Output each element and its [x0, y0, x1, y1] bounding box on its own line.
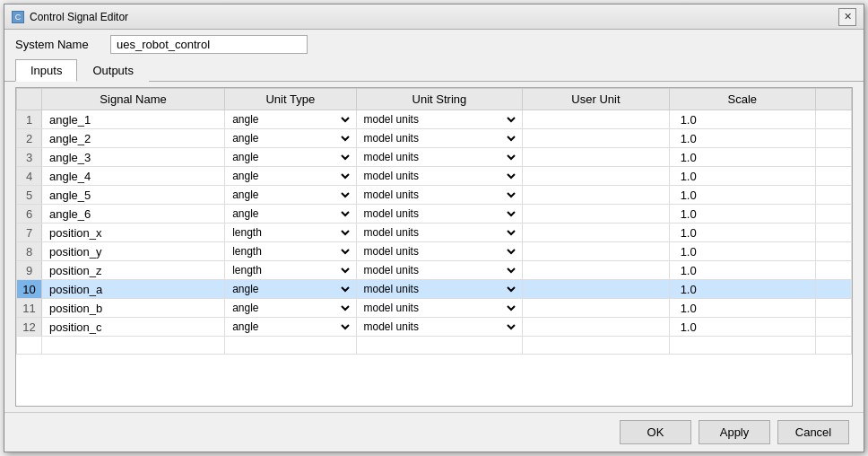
unit-type-select[interactable]: anglelengthforcetorquevelocity: [229, 301, 352, 315]
unit-type-select[interactable]: anglelengthforcetorquevelocity: [229, 282, 352, 296]
scale-cell: 1.0: [669, 186, 815, 205]
table-row: 9position_zanglelengthforcetorquevelocit…: [17, 261, 852, 280]
user-unit-cell: [523, 205, 669, 224]
unit-string-cell[interactable]: model unitsdegradmmmin: [356, 129, 523, 148]
ok-button[interactable]: OK: [620, 420, 691, 444]
row-number: 7: [17, 224, 42, 242]
unit-string-select[interactable]: model unitsdegradmmmin: [360, 225, 519, 240]
table-row: 1angle_1anglelengthforcetorquevelocitymo…: [17, 110, 852, 129]
cancel-button[interactable]: Cancel: [777, 420, 849, 444]
extra-cell: [816, 129, 852, 148]
unit-string-select[interactable]: model unitsdegradmmmin: [360, 206, 519, 221]
table-row: 12position_canglelengthforcetorqueveloci…: [17, 318, 852, 337]
empty-cell: [669, 337, 815, 355]
user-unit-cell: [523, 261, 669, 280]
unit-string-cell[interactable]: model unitsdegradmmmin: [356, 318, 523, 337]
row-number: 2: [17, 129, 42, 148]
system-name-value: ues_robot_control: [110, 35, 308, 54]
apply-button[interactable]: Apply: [699, 420, 770, 444]
unit-type-cell[interactable]: anglelengthforcetorquevelocity: [225, 167, 356, 186]
empty-row: [17, 337, 852, 355]
unit-string-cell[interactable]: model unitsdegradmmmin: [356, 205, 523, 224]
row-number: 10: [17, 280, 42, 299]
unit-type-cell[interactable]: anglelengthforcetorquevelocity: [225, 299, 356, 318]
unit-string-cell[interactable]: model unitsdegradmmmin: [356, 167, 523, 186]
tab-outputs[interactable]: Outputs: [77, 59, 149, 82]
empty-cell: [42, 337, 225, 355]
unit-string-cell[interactable]: model unitsdegradmmmin: [356, 280, 523, 299]
empty-cell: [17, 337, 42, 355]
unit-type-select[interactable]: anglelengthforcetorquevelocity: [229, 150, 352, 164]
dialog-footer: OK Apply Cancel: [4, 412, 864, 452]
unit-type-select[interactable]: anglelengthforcetorquevelocity: [229, 320, 352, 334]
unit-string-select[interactable]: model unitsdegradmmmin: [360, 320, 519, 334]
unit-type-cell[interactable]: anglelengthforcetorquevelocity: [225, 261, 356, 280]
unit-type-cell[interactable]: anglelengthforcetorquevelocity: [225, 242, 356, 261]
empty-cell: [816, 337, 852, 355]
unit-string-cell[interactable]: model unitsdegradmmmin: [356, 261, 523, 280]
unit-type-cell[interactable]: anglelengthforcetorquevelocity: [225, 148, 356, 167]
extra-cell: [816, 224, 852, 242]
unit-type-cell[interactable]: anglelengthforcetorquevelocity: [225, 224, 356, 242]
unit-string-cell[interactable]: model unitsdegradmmmin: [356, 299, 523, 318]
unit-type-cell[interactable]: anglelengthforcetorquevelocity: [225, 129, 356, 148]
unit-string-select[interactable]: model unitsdegradmmmin: [360, 244, 519, 259]
dialog-icon: C: [12, 11, 24, 23]
unit-string-select[interactable]: model unitsdegradmmmin: [360, 301, 519, 315]
signal-name-cell: angle_6: [42, 205, 225, 224]
extra-cell: [816, 148, 852, 167]
scale-cell: 1.0: [669, 110, 815, 129]
table-row: 8position_yanglelengthforcetorquevelocit…: [17, 242, 852, 261]
scale-cell: 1.0: [669, 129, 815, 148]
unit-string-cell[interactable]: model unitsdegradmmmin: [356, 186, 523, 205]
row-number: 12: [17, 318, 42, 337]
signal-name-cell: position_x: [42, 224, 225, 242]
row-number: 11: [17, 299, 42, 318]
unit-type-select[interactable]: anglelengthforcetorquevelocity: [229, 244, 352, 259]
unit-type-select[interactable]: anglelengthforcetorquevelocity: [229, 112, 352, 127]
extra-cell: [816, 167, 852, 186]
unit-type-cell[interactable]: anglelengthforcetorquevelocity: [225, 280, 356, 299]
scale-cell: 1.0: [669, 167, 815, 186]
signal-name-cell: angle_2: [42, 129, 225, 148]
unit-string-select[interactable]: model unitsdegradmmmin: [360, 169, 519, 183]
row-number: 4: [17, 167, 42, 186]
user-unit-cell: [523, 224, 669, 242]
unit-string-select[interactable]: model unitsdegradmmmin: [360, 131, 519, 145]
user-unit-cell: [523, 242, 669, 261]
close-button[interactable]: ✕: [838, 8, 856, 26]
unit-string-cell[interactable]: model unitsdegradmmmin: [356, 110, 523, 129]
unit-string-cell[interactable]: model unitsdegradmmmin: [356, 242, 523, 261]
unit-type-cell[interactable]: anglelengthforcetorquevelocity: [225, 318, 356, 337]
unit-type-select[interactable]: anglelengthforcetorquevelocity: [229, 131, 352, 145]
user-unit-cell: [523, 167, 669, 186]
unit-string-select[interactable]: model unitsdegradmmmin: [360, 263, 519, 277]
unit-type-cell[interactable]: anglelengthforcetorquevelocity: [225, 110, 356, 129]
tab-inputs[interactable]: Inputs: [15, 59, 77, 82]
unit-type-select[interactable]: anglelengthforcetorquevelocity: [229, 206, 352, 221]
row-number: 3: [17, 148, 42, 167]
col-unit-type: Unit Type: [225, 89, 356, 110]
unit-type-cell[interactable]: anglelengthforcetorquevelocity: [225, 205, 356, 224]
unit-string-select[interactable]: model unitsdegradmmmin: [360, 282, 519, 296]
table-row: 7position_xanglelengthforcetorquevelocit…: [17, 224, 852, 242]
unit-string-select[interactable]: model unitsdegradmmmin: [360, 188, 519, 202]
system-name-row: System Name ues_robot_control: [4, 30, 864, 59]
user-unit-cell: [523, 110, 669, 129]
system-name-label: System Name: [15, 38, 96, 51]
user-unit-cell: [523, 318, 669, 337]
unit-string-cell[interactable]: model unitsdegradmmmin: [356, 148, 523, 167]
title-bar: C Control Signal Editor ✕: [4, 4, 864, 30]
scale-cell: 1.0: [669, 148, 815, 167]
unit-type-cell[interactable]: anglelengthforcetorquevelocity: [225, 186, 356, 205]
unit-string-select[interactable]: model unitsdegradmmmin: [360, 112, 519, 127]
unit-type-select[interactable]: anglelengthforcetorquevelocity: [229, 169, 352, 183]
table-row: 2angle_2anglelengthforcetorquevelocitymo…: [17, 129, 852, 148]
table-row: 10position_aanglelengthforcetorqueveloci…: [17, 280, 852, 299]
unit-string-select[interactable]: model unitsdegradmmmin: [360, 150, 519, 164]
signal-name-cell: position_b: [42, 299, 225, 318]
unit-type-select[interactable]: anglelengthforcetorquevelocity: [229, 263, 352, 277]
unit-string-cell[interactable]: model unitsdegradmmmin: [356, 224, 523, 242]
unit-type-select[interactable]: anglelengthforcetorquevelocity: [229, 225, 352, 240]
unit-type-select[interactable]: anglelengthforcetorquevelocity: [229, 188, 352, 202]
